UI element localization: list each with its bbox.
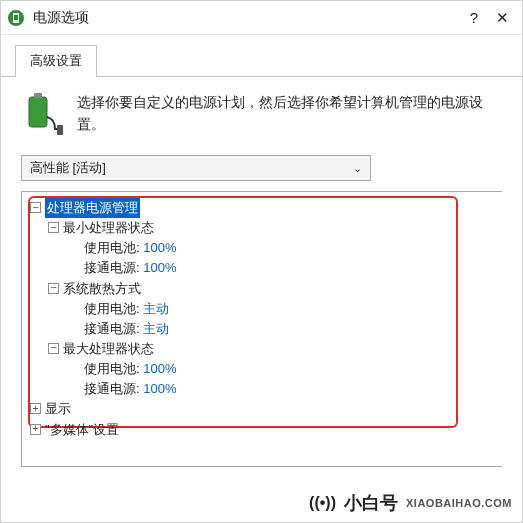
expand-toggle-cooling[interactable]: − bbox=[48, 283, 59, 294]
svg-rect-4 bbox=[34, 93, 42, 98]
watermark-url: XIAOBAIHAO.COM bbox=[406, 497, 512, 509]
node-min-processor-state[interactable]: 最小处理器状态 bbox=[63, 218, 154, 238]
power-plan-select[interactable]: 高性能 [活动] ⌄ bbox=[21, 155, 371, 181]
min-plugged-label: 接通电源: bbox=[84, 260, 140, 275]
help-button[interactable]: ? bbox=[460, 4, 488, 32]
tab-advanced-settings[interactable]: 高级设置 bbox=[15, 45, 97, 77]
node-multimedia[interactable]: "多媒体"设置 bbox=[45, 420, 119, 440]
node-max-processor-state[interactable]: 最大处理器状态 bbox=[63, 339, 154, 359]
cooling-battery-value[interactable]: 主动 bbox=[143, 301, 169, 316]
chevron-down-icon: ⌄ bbox=[353, 162, 362, 175]
power-options-dialog: 电源选项 ? ✕ 高级设置 选择你要自定义的电源计划，然后选择你希望计算机管理的… bbox=[0, 0, 523, 523]
battery-plug-icon bbox=[21, 91, 63, 137]
max-battery-label: 使用电池: bbox=[84, 361, 140, 376]
close-button[interactable]: ✕ bbox=[488, 4, 516, 32]
dialog-content: 选择你要自定义的电源计划，然后选择你希望计算机管理的电源设置。 高性能 [活动]… bbox=[1, 77, 522, 475]
expand-toggle-display[interactable]: + bbox=[30, 403, 41, 414]
node-cooling-policy[interactable]: 系统散热方式 bbox=[63, 279, 141, 299]
power-options-icon bbox=[7, 9, 25, 27]
description-text: 选择你要自定义的电源计划，然后选择你希望计算机管理的电源设置。 bbox=[77, 91, 502, 137]
cooling-plugged-label: 接通电源: bbox=[84, 321, 140, 336]
dialog-title: 电源选项 bbox=[33, 9, 460, 27]
max-battery-value[interactable]: 100% bbox=[143, 361, 176, 376]
node-cpu-power-management[interactable]: 处理器电源管理 bbox=[45, 198, 140, 218]
power-plan-selected: 高性能 [活动] bbox=[30, 159, 106, 177]
expand-toggle-max-state[interactable]: − bbox=[48, 343, 59, 354]
expand-toggle-multimedia[interactable]: + bbox=[30, 424, 41, 435]
min-battery-value[interactable]: 100% bbox=[143, 240, 176, 255]
node-display[interactable]: 显示 bbox=[45, 399, 71, 419]
svg-rect-5 bbox=[57, 125, 63, 135]
watermark-name: 小白号 bbox=[344, 491, 398, 515]
max-plugged-label: 接通电源: bbox=[84, 381, 140, 396]
min-battery-label: 使用电池: bbox=[84, 240, 140, 255]
settings-tree[interactable]: − 处理器电源管理 − 最小处理器状态 使用电池: 100% 接通电源: 100… bbox=[21, 191, 502, 467]
svg-rect-3 bbox=[29, 97, 47, 127]
expand-toggle-cpu[interactable]: − bbox=[30, 202, 41, 213]
titlebar: 电源选项 ? ✕ bbox=[1, 1, 522, 35]
min-plugged-value[interactable]: 100% bbox=[143, 260, 176, 275]
svg-rect-2 bbox=[14, 15, 18, 20]
cooling-battery-label: 使用电池: bbox=[84, 301, 140, 316]
tab-strip: 高级设置 bbox=[1, 35, 522, 77]
cooling-plugged-value[interactable]: 主动 bbox=[143, 321, 169, 336]
watermark: ((•)) 小白号 XIAOBAIHAO.COM bbox=[1, 484, 522, 522]
broadcast-icon: ((•)) bbox=[309, 494, 336, 512]
max-plugged-value[interactable]: 100% bbox=[143, 381, 176, 396]
expand-toggle-min-state[interactable]: − bbox=[48, 222, 59, 233]
